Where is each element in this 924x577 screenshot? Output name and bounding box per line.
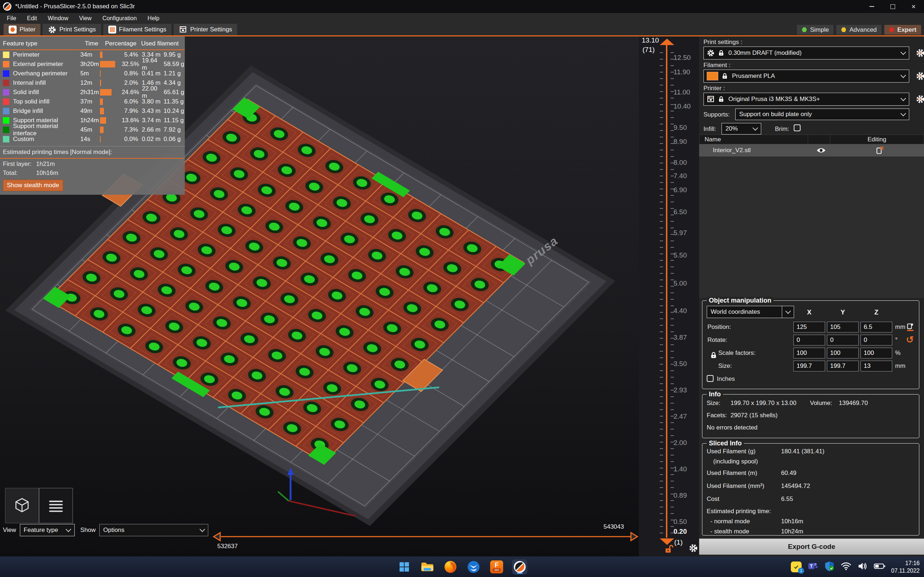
- printer-select[interactable]: Original Prusa i3 MK3S & MK3S+: [703, 93, 909, 106]
- mode-advanced[interactable]: Advanced: [836, 25, 881, 35]
- wifi-icon[interactable]: [841, 562, 851, 572]
- scale-lock-icon[interactable]: [709, 351, 717, 359]
- menu-window[interactable]: Window: [43, 14, 73, 23]
- layer-tick: [660, 234, 663, 235]
- firefox-icon[interactable]: [443, 559, 458, 574]
- y-input[interactable]: [827, 322, 859, 332]
- menu-view[interactable]: View: [74, 14, 96, 23]
- layer-tick: [660, 448, 663, 449]
- layer-tick: [670, 526, 674, 527]
- reset-rotation-icon[interactable]: ↺: [906, 336, 914, 345]
- x-input[interactable]: [793, 322, 825, 332]
- layer-tick: [660, 384, 663, 384]
- slider-up-arrow[interactable]: [659, 38, 675, 46]
- layer-tick: [660, 169, 663, 170]
- menu-help[interactable]: Help: [143, 14, 164, 23]
- sliced-info-panel: Sliced Info Used Filament (g) 180.41 (38…: [702, 443, 919, 535]
- layer-tick: [660, 357, 663, 358]
- menu-configuration[interactable]: Configuration: [98, 14, 142, 23]
- filament-select[interactable]: Prusament PLA: [703, 69, 909, 82]
- percentage-bar: [100, 136, 101, 142]
- tab-plater[interactable]: Plater: [3, 24, 40, 36]
- object-manipulation-panel: Object manipulation World coordinates X …: [702, 300, 919, 389]
- coordinates-select[interactable]: World coordinates: [707, 306, 794, 318]
- show-stealth-mode-button[interactable]: Show stealth mode: [3, 180, 63, 191]
- x-input[interactable]: [793, 361, 825, 371]
- print-settings-gear-button[interactable]: [916, 48, 924, 58]
- z-input[interactable]: [861, 322, 892, 332]
- y-input[interactable]: [827, 348, 859, 358]
- view-type-select[interactable]: Feature type: [20, 524, 75, 536]
- layer-tick: [660, 416, 663, 416]
- facets-value: 29072 (15 shells): [730, 412, 777, 419]
- layer-tick: [660, 312, 663, 313]
- security-shield-icon[interactable]: [824, 561, 835, 573]
- editor-view-thumbnail[interactable]: [5, 488, 39, 523]
- layer-tick: [670, 396, 674, 397]
- todo-badge-icon[interactable]: 1: [791, 561, 802, 572]
- supports-select[interactable]: Support on build plate only: [735, 108, 909, 120]
- prusaslicer-taskbar-icon[interactable]: [512, 559, 527, 574]
- viewport-3d[interactable]: prusa Feature type Time Percentage Used …: [0, 36, 699, 556]
- tab-printer-settings[interactable]: Printer Settings: [174, 24, 237, 35]
- layer-tick: [670, 227, 674, 228]
- tab-print-settings[interactable]: Print Settings: [43, 24, 101, 35]
- layer-tick: [660, 176, 663, 176]
- layer-tick: [660, 266, 663, 267]
- z-input[interactable]: [861, 335, 892, 345]
- x-input[interactable]: [793, 348, 825, 358]
- layer-tick: [660, 189, 663, 189]
- maximize-button[interactable]: [882, 0, 903, 13]
- minimize-button[interactable]: [861, 0, 882, 13]
- close-button[interactable]: ×: [903, 0, 924, 13]
- preview-view-thumbnail[interactable]: [39, 488, 73, 523]
- filament-label: Filament :: [703, 62, 730, 69]
- mode-simple[interactable]: Simple: [797, 25, 834, 35]
- print-settings-icon: [48, 25, 56, 34]
- file-explorer-icon[interactable]: [420, 559, 435, 574]
- layer-tick: [660, 390, 663, 390]
- y-input[interactable]: [827, 335, 859, 345]
- inches-checkbox[interactable]: [707, 375, 714, 382]
- menu-edit[interactable]: Edit: [23, 14, 42, 23]
- z-input[interactable]: [861, 348, 892, 358]
- teams-icon[interactable]: T: [808, 561, 818, 573]
- feature-color-swatch: [3, 136, 10, 142]
- layer-tick: [660, 371, 663, 371]
- x-input[interactable]: [793, 335, 825, 345]
- clock[interactable]: 17:16 07.11.2022: [891, 559, 920, 574]
- start-button[interactable]: [397, 559, 412, 574]
- layer-tick: [670, 260, 674, 261]
- printer-gear-button[interactable]: [916, 95, 924, 104]
- show-options-select[interactable]: Options: [99, 524, 208, 536]
- volume-icon[interactable]: [857, 562, 868, 572]
- y-input[interactable]: [827, 361, 859, 371]
- edit-object-icon[interactable]: [835, 146, 924, 155]
- brim-checkbox[interactable]: [794, 124, 801, 131]
- layer-settings-gear-icon[interactable]: [689, 543, 698, 553]
- layer-tick: [670, 403, 674, 403]
- layer-slider-track[interactable]: [666, 45, 667, 538]
- fusion360-icon[interactable]: F 360: [489, 559, 504, 574]
- eye-icon[interactable]: [810, 147, 832, 154]
- menu-file[interactable]: File: [2, 14, 21, 23]
- thunderbird-icon[interactable]: [466, 559, 481, 574]
- export-gcode-button[interactable]: Export G-code: [699, 538, 924, 554]
- print-settings-select[interactable]: 0.30mm DRAFT (modified): [703, 47, 909, 60]
- layer-min-index: (1): [674, 538, 683, 546]
- layer-tick: [660, 318, 663, 319]
- gcode-range-slider[interactable]: [209, 520, 643, 552]
- filament-gear-button[interactable]: [916, 71, 924, 81]
- layer-unlock-icon[interactable]: [664, 544, 674, 554]
- object-list-row[interactable]: Interior_V2.stl: [699, 144, 924, 156]
- mode-expert[interactable]: Expert: [884, 25, 921, 35]
- z-input[interactable]: [861, 361, 892, 371]
- battery-icon[interactable]: [874, 563, 885, 571]
- layer-tick: [670, 240, 674, 241]
- system-tray: 1 T 17:16 07.11.2022: [791, 559, 920, 574]
- infill-select[interactable]: 20%: [722, 123, 761, 134]
- tab-filament-settings[interactable]: Filament Settings: [103, 24, 171, 35]
- drop-to-bed-icon[interactable]: [906, 323, 914, 333]
- layer-tick: [670, 487, 674, 488]
- layer-tick: [660, 59, 663, 60]
